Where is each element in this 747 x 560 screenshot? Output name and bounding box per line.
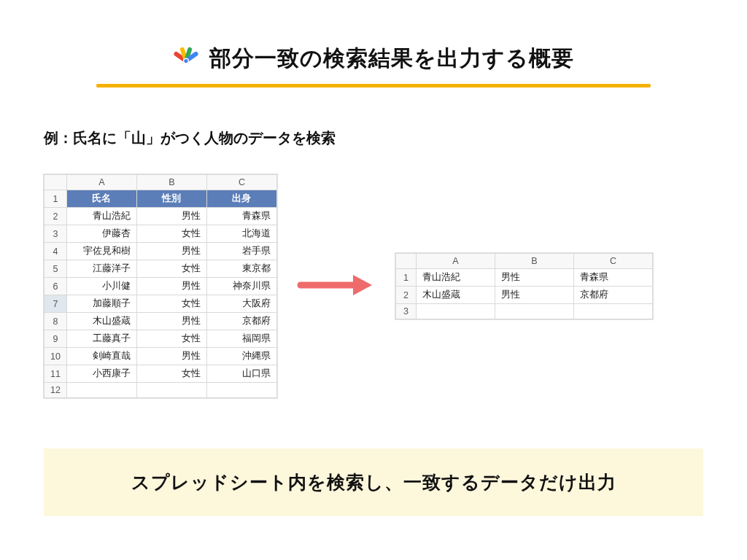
cell: 女性 [136,260,206,278]
table-row: 6小川健男性神奈川県 [44,278,277,295]
cell: 神奈川県 [206,278,276,295]
cell: 京都府 [206,313,276,330]
cell: 男性 [495,287,573,304]
cell: 青山浩紀 [416,269,495,287]
cell-empty [66,383,136,398]
cell: 男性 [136,348,206,365]
table-row: 7加藤順子女性大阪府 [44,295,277,313]
row-header: 2 [44,208,67,225]
arrow-icon [296,271,376,303]
cell: 伊藤杏 [66,225,136,243]
table-row: 3伊藤杏女性北海道 [44,225,277,243]
table-row: 8木山盛蔵男性京都府 [44,313,277,330]
cell: 男性 [495,269,573,287]
cell: 女性 [136,365,206,383]
example-subtitle: 例：氏名に「山」がつく人物のデータを検索 [44,128,703,148]
cell [495,304,573,319]
svg-marker-6 [353,275,372,295]
google-apps-script-icon [173,44,199,74]
cell-empty [136,383,206,398]
cell: 青山浩紀 [66,208,136,225]
cell: 加藤順子 [66,295,136,313]
cell: 男性 [136,278,206,295]
cell: 木山盛蔵 [66,313,136,330]
cell: 東京都 [206,260,276,278]
sheet-corner [44,175,67,190]
cell: 福岡県 [206,330,276,348]
table-row: 10剣崎直哉男性沖縄県 [44,348,277,365]
row-header: 6 [44,278,67,295]
result-spreadsheet: A B C 1青山浩紀男性青森県2木山盛蔵男性京都府3 [395,253,653,319]
row-header: 3 [395,304,416,319]
cell: 北海道 [206,225,276,243]
cell [416,304,495,319]
table-row: 1青山浩紀男性青森県 [395,269,652,287]
header-cell-gender: 性別 [136,190,206,208]
table-row: 2青山浩紀男性青森県 [44,208,277,225]
table-row: 4宇佐見和樹男性岩手県 [44,243,277,260]
row-header: 10 [44,348,67,365]
cell: 大阪府 [206,295,276,313]
table-row: 11小西康子女性山口県 [44,365,277,383]
col-header-a: A [66,175,136,190]
table-row: 9工藤真子女性福岡県 [44,330,277,348]
page-title: 部分一致の検索結果を出力する概要 [209,44,574,74]
header-cell-name: 氏名 [66,190,136,208]
row-header: 12 [44,383,67,398]
cell: 沖縄県 [206,348,276,365]
source-spreadsheet: A B C 1 氏名 性別 出身 2青山浩紀男性青森県3伊藤杏女性北海道4宇佐見… [44,174,277,398]
col-header-a: A [416,254,495,269]
row-header: 2 [395,287,416,304]
table-row: 5江藤洋子女性東京都 [44,260,277,278]
table-row: 2木山盛蔵男性京都府 [395,287,652,304]
header-cell-origin: 出身 [206,190,276,208]
cell: 青森県 [573,269,652,287]
cell: 京都府 [573,287,652,304]
row-header: 9 [44,330,67,348]
cell: 山口県 [206,365,276,383]
cell: 女性 [136,295,206,313]
table-row: 3 [395,304,652,319]
col-header-b: B [136,175,206,190]
col-header-b: B [495,254,573,269]
row-header: 7 [44,295,67,313]
row-header: 3 [44,225,67,243]
col-header-c: C [206,175,276,190]
cell: 剣崎直哉 [66,348,136,365]
row-header: 5 [44,260,67,278]
row-header: 4 [44,243,67,260]
cell: 江藤洋子 [66,260,136,278]
cell: 青森県 [206,208,276,225]
cell: 工藤真子 [66,330,136,348]
banner-text: スプレッドシート内を検索し、一致するデータだけ出力 [53,470,694,494]
page-header: 部分一致の検索結果を出力する概要 [44,44,703,88]
cell: 岩手県 [206,243,276,260]
row-header: 1 [395,269,416,287]
cell [573,304,652,319]
row-header: 1 [44,190,67,208]
cell-empty [206,383,276,398]
col-header-c: C [573,254,652,269]
cell: 女性 [136,330,206,348]
summary-banner: スプレッドシート内を検索し、一致するデータだけ出力 [44,448,703,516]
row-header: 11 [44,365,67,383]
title-underline [96,84,651,88]
cell: 男性 [136,243,206,260]
row-header: 8 [44,313,67,330]
content-row: A B C 1 氏名 性別 出身 2青山浩紀男性青森県3伊藤杏女性北海道4宇佐見… [44,174,703,398]
sheet-corner [395,254,416,269]
cell: 男性 [136,313,206,330]
cell: 男性 [136,208,206,225]
cell: 小西康子 [66,365,136,383]
cell: 宇佐見和樹 [66,243,136,260]
cell: 小川健 [66,278,136,295]
cell: 女性 [136,225,206,243]
cell: 木山盛蔵 [416,287,495,304]
